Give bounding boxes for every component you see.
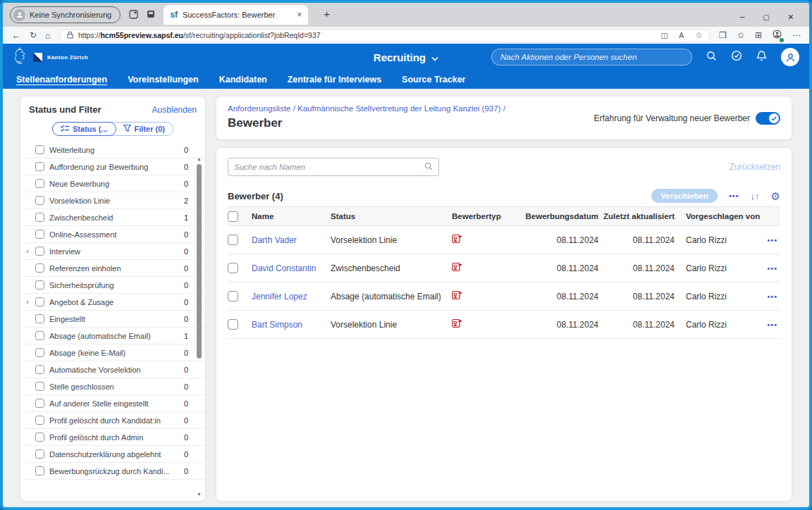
refresh-icon[interactable]: ↻ bbox=[30, 31, 37, 39]
status-checkbox[interactable] bbox=[35, 145, 44, 154]
applicant-name-link[interactable]: Bart Simpson bbox=[252, 320, 302, 330]
nav-tab[interactable]: Source Tracker bbox=[402, 75, 465, 85]
row-checkbox[interactable] bbox=[228, 319, 238, 330]
row-actions-icon[interactable]: ••• bbox=[767, 264, 777, 273]
add-favorite-icon[interactable]: ☆ bbox=[695, 30, 703, 40]
select-all-checkbox[interactable] bbox=[228, 211, 238, 222]
status-checkbox[interactable] bbox=[35, 280, 44, 290]
row-actions-icon[interactable]: ••• bbox=[767, 236, 777, 244]
table-overflow-icon[interactable]: ••• bbox=[729, 192, 739, 200]
notifications-bell-icon[interactable] bbox=[756, 50, 767, 64]
status-list-item[interactable]: › Absage (keine E-Mail) 0 bbox=[25, 344, 205, 361]
status-checkbox[interactable] bbox=[35, 466, 44, 475]
scroll-down-icon[interactable]: ▾ bbox=[195, 491, 203, 497]
column-header-status[interactable]: Status bbox=[331, 212, 452, 220]
column-header-proposed-by[interactable]: Vorgeschlagen von bbox=[675, 212, 763, 220]
favorites-bar-icon[interactable]: ✩ bbox=[737, 30, 744, 40]
app-title-label[interactable]: Recruiting bbox=[374, 51, 426, 63]
search-icon[interactable] bbox=[706, 51, 717, 64]
row-checkbox[interactable] bbox=[228, 263, 238, 273]
tab-close-icon[interactable]: × bbox=[297, 10, 302, 20]
status-list-item[interactable]: › Neue Bewerbung 0 bbox=[25, 175, 205, 192]
status-checkbox[interactable] bbox=[35, 213, 44, 222]
status-checkbox[interactable] bbox=[35, 314, 44, 323]
breadcrumb-link-requisitions[interactable]: Anforderungsliste bbox=[228, 104, 291, 113]
status-list-item[interactable]: › Profil gelöscht durch Kandidat:in 0 bbox=[25, 412, 205, 429]
status-checkbox[interactable] bbox=[35, 263, 44, 273]
applicant-row[interactable]: Bart Simpson Vorselektion Linie 08.11.20… bbox=[228, 311, 780, 339]
reset-link[interactable]: Zurücksetzen bbox=[730, 162, 780, 172]
window-close-button[interactable]: × bbox=[788, 11, 794, 23]
applicant-row[interactable]: David Constantin Zwischenbescheid 08.11.… bbox=[228, 254, 780, 282]
status-list-item[interactable]: › Aufforderung zur Bewerbung 0 bbox=[25, 158, 205, 175]
row-actions-icon[interactable]: ••• bbox=[767, 321, 777, 329]
read-aloud-icon[interactable]: A bbox=[679, 31, 684, 39]
status-list-item[interactable]: › Eingestellt 0 bbox=[25, 311, 205, 328]
global-search-field[interactable] bbox=[491, 49, 692, 66]
status-list-item[interactable]: › Absage (automatische Email) 1 bbox=[25, 328, 205, 344]
applicant-name-link[interactable]: Darth Vader bbox=[252, 235, 297, 245]
status-checkbox[interactable] bbox=[35, 433, 44, 442]
status-checkbox[interactable] bbox=[35, 399, 44, 408]
status-checkbox[interactable] bbox=[35, 416, 44, 425]
status-list-item[interactable]: › Online-Assessment 0 bbox=[25, 226, 205, 243]
move-button[interactable]: Verschieben bbox=[651, 189, 718, 203]
tab-actions-icon[interactable] bbox=[147, 10, 155, 20]
column-header-type[interactable]: Bewerbertyp bbox=[452, 212, 522, 220]
status-list-item[interactable]: › Auf anderer Stelle eingestellt 0 bbox=[25, 395, 205, 412]
status-checkbox[interactable] bbox=[35, 297, 44, 306]
global-search-input[interactable] bbox=[500, 53, 683, 61]
browser-essentials-icon[interactable]: ⊞ bbox=[755, 30, 762, 40]
applicant-name-link[interactable]: David Constantin bbox=[252, 263, 316, 273]
new-tab-button[interactable]: + bbox=[324, 8, 330, 23]
sidebar-scrollbar[interactable]: ▴ ▾ bbox=[195, 156, 203, 497]
applicant-name-link[interactable]: Jennifer Lopez bbox=[252, 292, 307, 301]
status-checkbox[interactable] bbox=[35, 196, 44, 205]
status-checkbox[interactable] bbox=[35, 162, 44, 171]
browser-menu-icon[interactable]: ⋯ bbox=[792, 30, 801, 40]
status-list-item[interactable]: › Automatische Vorselektion 0 bbox=[25, 361, 205, 378]
status-list-item[interactable]: › Stelle geschlossen 0 bbox=[25, 378, 205, 395]
scroll-up-icon[interactable]: ▴ bbox=[195, 156, 203, 162]
chevron-down-icon[interactable] bbox=[431, 51, 438, 63]
table-settings-gear-icon[interactable]: ⚙ bbox=[771, 191, 780, 201]
home-icon[interactable]: ⌂ bbox=[45, 31, 51, 40]
hide-panel-link[interactable]: Ausblenden bbox=[152, 105, 197, 115]
status-checkbox[interactable] bbox=[35, 331, 44, 340]
row-checkbox[interactable] bbox=[228, 235, 238, 245]
user-avatar[interactable] bbox=[781, 48, 799, 66]
name-search-input[interactable] bbox=[234, 163, 424, 171]
applicant-row[interactable]: Darth Vader Vorselektion Linie 08.11.202… bbox=[228, 226, 780, 254]
status-checkbox[interactable] bbox=[35, 230, 44, 239]
window-minimize-button[interactable]: – bbox=[740, 12, 745, 22]
workspaces-icon[interactable] bbox=[129, 10, 138, 20]
column-header-name[interactable]: Name bbox=[252, 212, 331, 220]
scrollbar-thumb[interactable] bbox=[197, 164, 202, 359]
status-checkbox[interactable] bbox=[35, 247, 44, 256]
column-header-updated[interactable]: Zuletzt aktualisiert bbox=[598, 212, 675, 220]
experience-toggle[interactable] bbox=[756, 112, 780, 125]
sort-icon[interactable]: ↓↑ bbox=[751, 192, 760, 201]
status-list-item[interactable]: › Datenschutzerklärung abgelehnt 0 bbox=[25, 446, 205, 463]
row-checkbox[interactable] bbox=[228, 291, 238, 301]
expand-chevron-icon[interactable]: › bbox=[25, 298, 30, 306]
address-bar[interactable]: https://hcm55preview.sapsf.eu/sf/recruit… bbox=[59, 29, 710, 42]
status-checkbox[interactable] bbox=[35, 365, 44, 374]
nav-tab[interactable]: Voreinstellungen bbox=[128, 75, 198, 85]
status-list-item[interactable]: › Zwischenbescheid 1 bbox=[25, 209, 205, 226]
status-list-item[interactable]: › Referenzen einholen 0 bbox=[25, 260, 205, 277]
browser-profile-button[interactable]: Keine Synchronisierung bbox=[10, 6, 121, 23]
status-checkbox[interactable] bbox=[35, 179, 44, 188]
todo-check-icon[interactable] bbox=[731, 50, 742, 64]
browser-tab-successfactors[interactable]: sf SuccessFactors: Bewerber × bbox=[164, 5, 308, 25]
back-icon[interactable]: ← bbox=[11, 30, 21, 40]
column-header-applied[interactable]: Bewerbungsdatum bbox=[522, 212, 598, 220]
window-maximize-button[interactable]: ▢ bbox=[763, 13, 769, 21]
status-list-item[interactable]: › Interview 0 bbox=[25, 243, 205, 260]
status-list-item[interactable]: › Vorselektion Linie 2 bbox=[25, 192, 205, 209]
status-checkbox[interactable] bbox=[35, 449, 44, 459]
applicant-row[interactable]: Jennifer Lopez Absage (automatische Emai… bbox=[228, 282, 780, 311]
breadcrumb-link-requisition[interactable]: Kaufmännische Stellvertretung der Leitun… bbox=[297, 104, 500, 113]
nav-tab[interactable]: Stellenanforderungen bbox=[16, 75, 107, 85]
status-checkbox[interactable] bbox=[35, 348, 44, 357]
